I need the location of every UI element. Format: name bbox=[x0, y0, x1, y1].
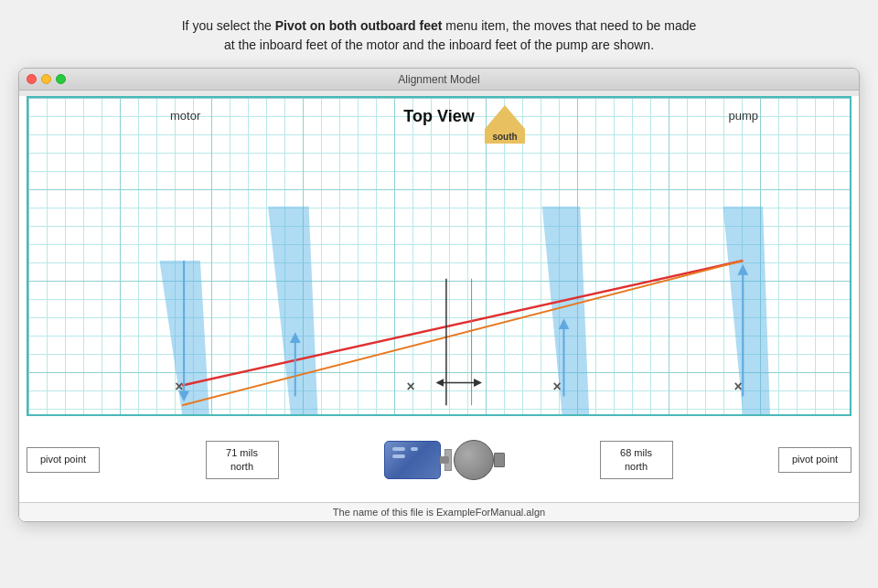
south-arrow: south bbox=[485, 105, 525, 144]
window-title: Alignment Model bbox=[398, 73, 479, 86]
pivot-point-right-box: pivot point bbox=[778, 447, 851, 472]
svg-marker-0 bbox=[159, 261, 209, 414]
page-wrapper: If you select the Pivot on both outboard… bbox=[0, 0, 878, 531]
annotations-area: pivot point 71 milsnorth bbox=[19, 420, 859, 502]
description-text: If you select the Pivot on both outboard… bbox=[18, 16, 860, 55]
window-titlebar: Alignment Model bbox=[19, 69, 859, 91]
svg-text:×: × bbox=[175, 379, 183, 394]
maximize-button[interactable] bbox=[56, 74, 66, 84]
alignment-model-window: Alignment Model motor Top View pump sout… bbox=[18, 68, 860, 522]
motor-inboard-label: 71 milsnorth bbox=[226, 447, 258, 472]
pivot-point-left-label: pivot point bbox=[40, 454, 86, 465]
south-label: south bbox=[492, 132, 517, 142]
close-button[interactable] bbox=[27, 74, 37, 84]
motor-label: motor bbox=[170, 109, 200, 123]
grid-area: motor Top View pump south bbox=[27, 96, 851, 416]
pump-icon bbox=[444, 440, 494, 480]
pump-label: pump bbox=[728, 109, 758, 123]
svg-marker-1 bbox=[268, 207, 317, 414]
motor-inboard-box: 71 milsnorth bbox=[206, 441, 279, 480]
traffic-lights bbox=[27, 74, 66, 84]
svg-text:×: × bbox=[733, 379, 742, 394]
pivot-point-left-box: pivot point bbox=[27, 447, 100, 472]
filename-label: The name of this file is ExampleForManua… bbox=[333, 507, 545, 518]
pump-inboard-label: 68 milsnorth bbox=[620, 447, 652, 472]
window-content: motor Top View pump south bbox=[19, 96, 859, 521]
status-bar: The name of this file is ExampleForManua… bbox=[19, 502, 859, 521]
minimize-button[interactable] bbox=[41, 74, 51, 84]
svg-text:×: × bbox=[406, 379, 414, 394]
pump-inboard-box: 68 milsnorth bbox=[600, 441, 673, 480]
svg-marker-3 bbox=[723, 207, 770, 414]
equipment-icons bbox=[384, 440, 494, 480]
svg-line-4 bbox=[182, 261, 743, 385]
diagram-svg: × × × × bbox=[28, 98, 850, 414]
svg-marker-2 bbox=[542, 207, 589, 414]
menu-item-name: Pivot on both outboard feet bbox=[275, 18, 443, 33]
svg-text:×: × bbox=[553, 379, 562, 394]
motor-icon bbox=[384, 441, 441, 479]
pivot-point-right-label: pivot point bbox=[792, 454, 838, 465]
topview-label: Top View bbox=[403, 107, 474, 126]
svg-line-5 bbox=[182, 261, 743, 405]
